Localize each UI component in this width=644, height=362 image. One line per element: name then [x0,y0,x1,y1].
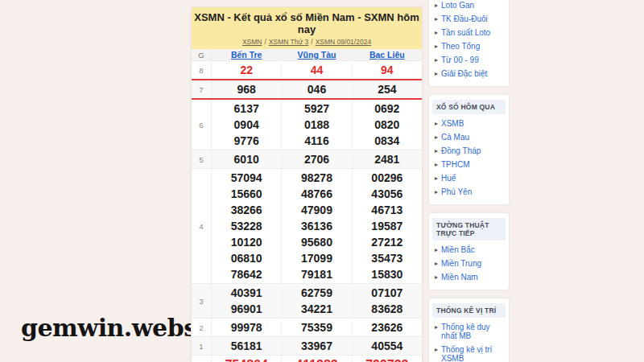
province-link[interactable]: Vũng Tàu [298,50,336,60]
lottery-results-card: XSMN - Kết quả xổ số Miền Nam - SXMN hôm… [191,6,423,362]
breadcrumb-separator: / [311,38,312,46]
sidebar-link-item[interactable]: ▸TK Đầu-Đuôi [435,12,503,26]
prize-row: 3403919690162759342210710783628 [192,284,422,319]
prize-row: 4570941566038266532281012006810786429827… [192,169,422,284]
prize-number: 799733 [353,356,422,362]
sidebar-link-item[interactable]: ▸Miền Trung [435,257,503,270]
sidebar-link-item[interactable]: ▸Loto Gan [435,0,503,12]
breadcrumb-link[interactable]: XSMN Thứ 3 [269,38,308,46]
prize-number: 34221 [282,301,351,317]
sidebar-link-label: Miền Trung [441,259,481,268]
prize-label: 6 [192,100,212,150]
province-link[interactable]: Bến Tre [231,50,262,60]
sidebar-link-label: Từ 00 - 99 [441,56,479,64]
sidebar-link-item[interactable]: ▸Huế [435,171,503,185]
arrow-bullet-icon: ▸ [435,345,438,354]
prize-number: 75359 [282,319,351,335]
sidebar-link-item[interactable]: ▸Tần suất Loto [435,26,503,39]
sidebar-link-item[interactable]: ▸Thống kê duy nhất MB [435,320,503,343]
results-card-header: XSMN - Kết quả xổ số Miền Nam - SXMN hôm… [192,7,422,49]
prize-cell: 33967 [281,337,351,355]
prize-label: 2 [192,319,212,336]
prize-cell: 00296430564671319587272123547315830 [352,169,422,283]
province-header-cell: Bạc Liêu [352,49,422,60]
breadcrumb-separator: / [264,38,266,46]
arrow-bullet-icon: ▸ [435,323,438,331]
sidebar-section-header: TƯỜNG THUẬT TRỰC TIẾP [432,218,506,241]
sidebar-link-label: TPHCM [441,160,470,169]
prize-cell: 99978 [212,319,281,336]
arrow-bullet-icon: ▸ [435,42,438,51]
prize-column-header: G [192,49,212,60]
prize-cell: 44 [281,61,351,79]
prize-label: 7 [192,80,212,98]
breadcrumb-link[interactable]: XSMN [242,38,262,46]
prize-cell: 2706 [281,150,351,168]
prize-row: 8224494 [192,61,422,80]
province-link[interactable]: Bạc Liêu [369,50,405,60]
sidebar-link-label: Tần suất Loto [441,28,490,37]
prize-cell: 40554 [352,337,422,355]
arrow-bullet-icon: ▸ [435,56,438,64]
prize-number: 44 [282,62,351,78]
prize-label: ĐB [192,356,212,362]
prize-cell: 0710783628 [352,284,422,318]
table-header-row: G Bến TreVũng TàuBạc Liêu [192,49,422,61]
sidebar-link-item[interactable]: ▸Từ 00 - 99 [435,53,503,67]
breadcrumb-link[interactable]: XSMN 09/01/2024 [316,38,371,46]
province-header-cell: Bến Tre [212,49,281,60]
arrow-bullet-icon: ▸ [435,160,438,169]
prize-number: 0834 [353,133,422,149]
prize-cell: 98278487664790936136956801709979181 [281,169,351,283]
province-header-cell: Vũng Tàu [281,49,351,60]
sidebar-link-item[interactable]: ▸Thống kê vị trí XSMB [435,343,503,362]
prize-number: 62759 [282,285,351,301]
prize-number: 94 [353,62,422,78]
prize-cell: 2481 [352,150,422,168]
arrow-bullet-icon: ▸ [435,245,438,254]
prize-number: 78642 [212,266,281,282]
prize-number: 98278 [282,170,351,186]
prize-number: 6010 [212,151,281,167]
prize-cell: 968 [212,80,281,98]
sidebar-link-item[interactable]: ▸XSMB [435,117,503,130]
sidebar-section-header: XỔ SỐ HÔM QUA [432,100,506,114]
prize-label: 3 [192,284,212,318]
sidebar-link-label: Thống kê duy nhất MB [441,323,503,340]
prize-cell: 613709049776 [212,100,281,150]
sidebar-link-item[interactable]: ▸TPHCM [435,158,503,171]
sidebar-link-item[interactable]: ▸Đồng Tháp [435,144,503,158]
prize-number: 15660 [212,186,281,202]
prize-number: 0904 [212,117,281,133]
sidebar-link-item[interactable]: ▸Cà Mau [435,130,503,144]
prize-number: 95680 [282,234,351,250]
prize-label: 4 [192,169,212,283]
sidebar-link-label: Loto Gan [441,1,474,10]
prize-number: 6137 [212,101,281,117]
prize-cell: 6010 [212,150,281,168]
sidebar-link-item[interactable]: ▸Miền Bắc [435,243,503,257]
sidebar-link-item[interactable]: ▸Giải Đặc biệt [435,67,503,80]
sidebar-section-header: THỐNG KÊ VỊ TRÍ [432,303,506,318]
prize-number: 07107 [353,285,422,301]
table-body: 8224494796804625466137090497765927018841… [192,61,422,362]
prize-label: 1 [192,337,212,355]
prize-cell: 799733 [352,356,422,362]
prize-number: 40391 [212,285,281,301]
arrow-bullet-icon: ▸ [435,69,438,78]
sidebar-link-item[interactable]: ▸Phú Yên [435,185,503,199]
sidebar-link-label: Miền Bắc [441,245,475,254]
sidebar-link-label: Theo Tổng [441,42,480,51]
prize-row: 5601027062481 [192,150,422,169]
prize-number: 9776 [212,133,281,149]
arrow-bullet-icon: ▸ [435,133,438,142]
prize-cell: 6275934221 [281,284,351,318]
prize-number: 56181 [212,338,281,354]
sidebar-link-item[interactable]: ▸Theo Tổng [435,39,503,53]
prize-cell: 4039196901 [212,284,281,318]
sidebar-box: THỐNG KÊ VỊ TRÍ▸Thống kê duy nhất MB▸Thố… [428,298,510,362]
prize-number: 53228 [212,218,281,234]
arrow-bullet-icon: ▸ [435,187,438,196]
sidebar-link-item[interactable]: ▸Miền Nam [435,270,503,284]
prize-number: 83628 [353,301,422,317]
